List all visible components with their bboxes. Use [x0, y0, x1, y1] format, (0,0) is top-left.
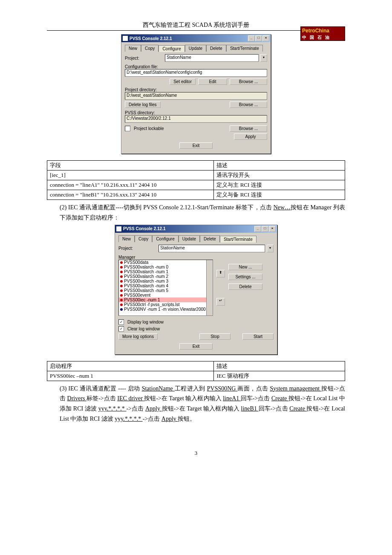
- pvssdir-label: PVSS directory:: [125, 110, 267, 115]
- projdir-input: D:/west_east/StationName: [125, 92, 267, 100]
- manager-list[interactable]: PVSS00data PVSS00valarch -num 0 PVSS00va…: [118, 260, 213, 316]
- app-icon: [116, 226, 121, 231]
- list-item[interactable]: PVSS00NV -num 1 -m vision.Viewstar2000: [119, 307, 213, 312]
- delete-button[interactable]: Delete: [228, 283, 262, 290]
- close-icon[interactable]: ×: [269, 226, 276, 232]
- tab-start[interactable]: Start/Terminate: [226, 45, 263, 52]
- close-icon[interactable]: ×: [262, 35, 269, 41]
- display-log-label: Display log window: [127, 320, 164, 324]
- table-header: 描述: [214, 161, 345, 171]
- more-log-button[interactable]: More log options: [118, 333, 158, 340]
- list-item[interactable]: PVSS00valarch -num 3: [119, 279, 213, 283]
- tab-update[interactable]: Update: [185, 45, 206, 52]
- table-header: 字段: [47, 161, 214, 171]
- header-title: 西气东输管道工程 SCADA 系统培训手册: [143, 21, 249, 29]
- tab-configure[interactable]: Configure: [152, 235, 178, 242]
- titlebar: PVSS Console 2.12.1 _ □ ×: [115, 225, 277, 233]
- table-cell: IEC 驱动程序: [214, 371, 345, 381]
- tab-row: New Copy Configure Update Delete Start/T…: [118, 235, 274, 242]
- table-header: 启动程序: [47, 361, 214, 371]
- apply-button[interactable]: Apply: [234, 133, 267, 140]
- settings-button[interactable]: Settings ...: [228, 274, 262, 280]
- dropdown-icon[interactable]: ▼: [267, 245, 274, 252]
- maximize-icon[interactable]: □: [255, 35, 262, 41]
- tab-new[interactable]: New: [118, 235, 135, 242]
- browse-button-2[interactable]: Browse ...: [230, 101, 267, 108]
- delete-log-files-button[interactable]: Delete log files: [125, 101, 161, 108]
- list-item[interactable]: PVSS00valarch -num 1: [119, 269, 213, 274]
- browse-button-3[interactable]: Browse ...: [230, 125, 267, 132]
- minimize-icon[interactable]: _: [254, 226, 261, 232]
- exit-button[interactable]: Exit: [179, 142, 213, 149]
- titlebar: PVSS Console 2.12.1 _ □ ×: [121, 35, 271, 42]
- list-item[interactable]: PVSS00valarch -num 4: [119, 283, 213, 288]
- list-item[interactable]: PVSS00event: [119, 293, 213, 298]
- tab-delete[interactable]: Delete: [206, 45, 226, 52]
- tab-copy[interactable]: Copy: [141, 45, 159, 52]
- tab-new[interactable]: New: [125, 45, 141, 52]
- scrollbar[interactable]: [206, 260, 213, 315]
- pvss-console-start-dialog: PVSS Console 2.12.1 _ □ × New Copy Confi…: [115, 225, 277, 355]
- config-file-label: Configuration file:: [125, 64, 267, 69]
- page-number: 3: [47, 450, 345, 457]
- lockable-checkbox[interactable]: [125, 126, 130, 131]
- new-link: New…: [274, 204, 291, 211]
- startup-table: 启动程序 描述 PVSS00iec –num 1IEC 驱动程序: [47, 361, 345, 381]
- tab-update[interactable]: Update: [179, 235, 200, 242]
- lockable-label: Project lockable: [134, 126, 164, 131]
- list-item[interactable]: PVSS00data: [119, 260, 213, 265]
- config-file-input[interactable]: D:\west_east\StationName\config\config: [125, 69, 267, 77]
- tab-configure[interactable]: Configure: [159, 45, 184, 52]
- projdir-label: Project directory:: [125, 87, 267, 92]
- browse-button-1[interactable]: Browse ...: [230, 78, 267, 85]
- table-cell: 定义与备 RCI 连接: [214, 190, 345, 200]
- maximize-icon[interactable]: □: [262, 226, 268, 232]
- logo-top: PetroChina: [302, 27, 343, 34]
- dialog-title: PVSS Console 2.12.1: [130, 36, 172, 41]
- logo-sub: 中国石油: [302, 34, 343, 41]
- fields-table: 字段 描述 [iec_1]通讯字段开头 connection = "lineA1…: [47, 160, 345, 200]
- clear-log-label: Clear log window: [127, 327, 160, 331]
- exit-button[interactable]: Exit: [179, 343, 213, 350]
- move-down-icon[interactable]: ↵: [216, 298, 225, 306]
- pvssdir-input: C:/Viewstar2000/2.12.1: [125, 115, 267, 123]
- project-dropdown[interactable]: StationName: [165, 54, 259, 62]
- dialog-title: PVSS Console 2.12.1: [123, 226, 166, 231]
- paragraph-3: (3) IEC 通讯通道配置 ---- 启动 StationName 工程进入到…: [60, 384, 345, 424]
- table-cell: 通讯字段开头: [214, 171, 345, 180]
- list-item[interactable]: PVSS00valarch -num 5: [119, 288, 213, 293]
- list-item-selected[interactable]: PVSS00iec -num 1: [119, 298, 213, 302]
- edit-button[interactable]: Edit: [198, 78, 227, 85]
- list-item[interactable]: PVSS00ctrl -f pvss_scripts.lst: [119, 302, 213, 307]
- new-button[interactable]: New ...: [228, 264, 262, 270]
- petrochina-logo: PetroChina 中国石油: [300, 26, 345, 41]
- stop-button[interactable]: Stop: [199, 333, 231, 340]
- list-item[interactable]: PVSS00valarch -num 2: [119, 274, 213, 279]
- display-log-checkbox[interactable]: ✓: [118, 319, 124, 325]
- project-label: Project:: [118, 246, 157, 251]
- list-item[interactable]: PVSS00valarch -num 0: [119, 265, 213, 269]
- table-cell: [iec_1]: [47, 171, 214, 180]
- table-cell: connection = "lineA1" "10.216.xxx.11" 24…: [47, 180, 214, 190]
- pvss-console-configure-dialog: PVSS Console 2.12.1 _ □ × New Copy Confi…: [121, 34, 271, 154]
- dropdown-icon[interactable]: ▼: [260, 54, 267, 62]
- tab-copy[interactable]: Copy: [135, 235, 152, 242]
- start-button[interactable]: Start: [242, 333, 274, 340]
- table-cell: connection = "lineB1" "10.216.xxx.13" 24…: [47, 190, 214, 200]
- minimize-icon[interactable]: _: [248, 35, 255, 41]
- paragraph-2: (2) IEC 通讯通道配置----切换到 PVSS Console 2.12.…: [60, 202, 345, 223]
- project-label: Project:: [125, 56, 163, 61]
- project-dropdown[interactable]: StationName: [159, 245, 265, 252]
- move-up-icon[interactable]: ⬆: [216, 270, 225, 278]
- tab-start-terminate[interactable]: Start/Terminate: [220, 236, 257, 243]
- table-header: 描述: [214, 361, 345, 371]
- tab-delete[interactable]: Delete: [200, 235, 220, 242]
- tab-row: New Copy Configure Update Delete Start/T…: [125, 45, 267, 52]
- table-cell: 定义与主 RCI 连接: [214, 180, 345, 190]
- app-icon: [123, 36, 128, 41]
- set-editor-button[interactable]: Set editor: [170, 78, 196, 85]
- table-cell: PVSS00iec –num 1: [47, 371, 214, 381]
- clear-log-checkbox[interactable]: ✓: [118, 326, 124, 332]
- manager-label: Manager: [118, 255, 274, 260]
